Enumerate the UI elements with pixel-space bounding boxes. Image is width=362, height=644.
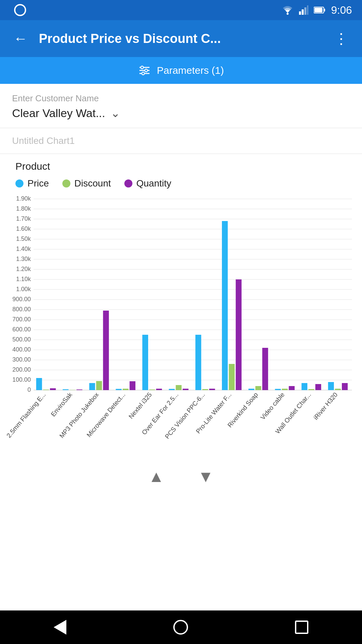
discount-legend-dot (62, 179, 70, 187)
svg-rect-1 (299, 11, 301, 15)
svg-point-0 (287, 13, 289, 15)
legend-item-price: Price (15, 178, 49, 189)
svg-rect-95 (302, 383, 307, 390)
back-button[interactable]: ← (10, 28, 31, 49)
svg-rect-96 (308, 389, 314, 390)
svg-rect-69 (130, 381, 135, 390)
chart-title: Untitled Chart1 (12, 136, 75, 146)
svg-rect-75 (169, 389, 175, 390)
svg-rect-99 (328, 382, 334, 390)
svg-rect-55 (36, 378, 42, 390)
svg-rect-61 (76, 389, 82, 390)
svg-rect-97 (315, 384, 321, 390)
svg-rect-85 (236, 279, 241, 390)
app-bar-title: Product Price vs Discount C... (39, 32, 322, 46)
svg-text:Nextel i325: Nextel i325 (127, 391, 153, 420)
svg-text:600.00: 600.00 (12, 326, 31, 333)
svg-text:1.90k: 1.90k (16, 196, 31, 202)
svg-text:300.00: 300.00 (12, 356, 31, 363)
svg-rect-91 (275, 389, 281, 390)
home-nav-button[interactable] (163, 616, 198, 638)
svg-rect-77 (183, 389, 188, 390)
svg-text:800.00: 800.00 (12, 306, 31, 313)
svg-rect-7 (314, 8, 322, 12)
price-legend-dot (15, 179, 23, 187)
notification-icon (14, 4, 26, 16)
svg-text:EnviroSak: EnviroSak (50, 391, 74, 418)
svg-text:1.80k: 1.80k (16, 205, 31, 212)
svg-text:1.60k: 1.60k (16, 225, 31, 232)
status-bar: 9:06 (0, 0, 362, 20)
svg-text:1.70k: 1.70k (16, 215, 31, 222)
scroll-down-button[interactable]: ▼ (198, 467, 214, 486)
svg-rect-65 (103, 311, 109, 390)
recents-nav-button[interactable] (285, 617, 318, 637)
back-nav-button[interactable] (44, 616, 76, 638)
svg-text:200.00: 200.00 (12, 366, 31, 373)
svg-rect-71 (142, 335, 148, 390)
svg-rect-101 (342, 383, 348, 390)
svg-text:500.00: 500.00 (12, 336, 31, 343)
svg-rect-4 (307, 5, 308, 15)
svg-text:1.40k: 1.40k (16, 246, 31, 252)
app-bar: ← Product Price vs Discount C... ⋮ (0, 20, 362, 57)
svg-text:900.00: 900.00 (12, 296, 31, 303)
customer-section: Enter Customer Name Clear Valley Wat... … (0, 84, 362, 128)
svg-text:2.5mm Flashing E...: 2.5mm Flashing E... (5, 391, 47, 439)
svg-rect-84 (229, 364, 235, 390)
svg-rect-59 (63, 389, 68, 390)
chevron-down-icon: ⌄ (111, 106, 120, 120)
chart-header: Product Price Discount Quantity (3, 161, 359, 196)
svg-text:1.00k: 1.00k (16, 286, 31, 292)
svg-point-13 (142, 72, 144, 75)
svg-text:iRiver H320: iRiver H320 (312, 391, 339, 421)
chart-section: Product Price Discount Quantity 1.90k1.8… (0, 154, 362, 457)
svg-text:0: 0 (27, 386, 31, 393)
chart-title-section: Untitled Chart1 (0, 128, 362, 154)
scroll-up-button[interactable]: ▲ (148, 467, 164, 486)
svg-rect-64 (96, 381, 102, 390)
parameters-label: Parameters (1) (157, 65, 224, 76)
svg-rect-79 (195, 335, 201, 390)
legend-item-discount: Discount (62, 178, 111, 189)
svg-rect-57 (50, 388, 56, 390)
svg-point-12 (145, 69, 147, 72)
svg-text:100.00: 100.00 (12, 376, 31, 383)
svg-rect-3 (304, 7, 306, 15)
signal-icon (299, 5, 308, 15)
svg-rect-60 (70, 390, 75, 390)
svg-text:1.50k: 1.50k (16, 235, 31, 242)
chart-category-label: Product (15, 161, 347, 172)
svg-rect-92 (282, 389, 288, 390)
svg-rect-83 (222, 221, 228, 390)
svg-rect-100 (335, 389, 341, 390)
parameters-bar[interactable]: Parameters (1) (0, 57, 362, 84)
svg-rect-2 (302, 9, 304, 15)
svg-point-11 (141, 66, 143, 69)
quantity-legend-dot (124, 179, 132, 187)
navigation-arrows: ▲ ▼ (0, 457, 362, 492)
svg-rect-76 (176, 385, 181, 390)
svg-rect-80 (202, 389, 208, 390)
svg-text:1.20k: 1.20k (16, 266, 31, 272)
svg-rect-81 (209, 389, 215, 390)
customer-selector[interactable]: Clear Valley Wat... ⌄ (12, 106, 350, 120)
svg-text:Video cable: Video cable (259, 391, 286, 421)
svg-rect-72 (149, 389, 155, 390)
more-options-button[interactable]: ⋮ (330, 28, 352, 49)
discount-legend-label: Discount (74, 178, 111, 189)
svg-rect-93 (289, 386, 295, 390)
notification-area (10, 0, 30, 20)
svg-rect-67 (116, 389, 121, 390)
svg-text:1.30k: 1.30k (16, 256, 31, 262)
svg-text:700.00: 700.00 (12, 316, 31, 323)
parameters-icon (138, 65, 151, 76)
battery-icon (314, 6, 326, 14)
status-time: 9:06 (331, 4, 352, 16)
svg-text:1.10k: 1.10k (16, 276, 31, 282)
svg-rect-89 (262, 348, 268, 390)
svg-rect-6 (324, 9, 325, 11)
svg-rect-63 (89, 383, 95, 390)
price-legend-label: Price (27, 178, 49, 189)
bottom-navigation (0, 610, 362, 644)
